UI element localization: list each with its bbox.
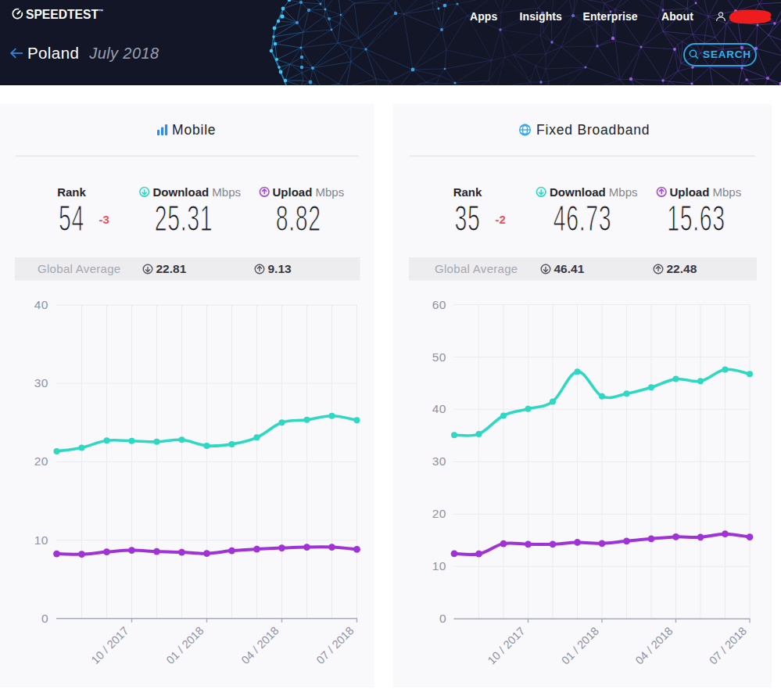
svg-text:40: 40 <box>34 298 48 311</box>
svg-text:07 / 2018: 07 / 2018 <box>707 625 749 667</box>
svg-text:9.13: 9.13 <box>268 262 292 275</box>
svg-text:0: 0 <box>41 612 48 625</box>
svg-text:10 / 2017: 10 / 2017 <box>89 624 131 666</box>
svg-text:0: 0 <box>439 612 446 625</box>
svg-text:22.81: 22.81 <box>156 262 187 275</box>
svg-text:10: 10 <box>34 533 48 547</box>
svg-text:40: 40 <box>432 402 446 415</box>
svg-text:Rank: Rank <box>453 185 482 199</box>
svg-text:Download Mbps: Download Mbps <box>550 185 638 199</box>
svg-text:15.63: 15.63 <box>667 198 725 239</box>
svg-text:Upload Mbps: Upload Mbps <box>670 185 742 199</box>
svg-text:Download Mbps: Download Mbps <box>153 185 242 199</box>
svg-text:54: 54 <box>59 198 84 239</box>
svg-text:46.41: 46.41 <box>554 262 585 275</box>
svg-text:30: 30 <box>432 454 446 468</box>
svg-text:Global Average: Global Average <box>435 262 518 275</box>
svg-text:22.48: 22.48 <box>667 262 697 275</box>
svg-text:50: 50 <box>432 350 446 364</box>
svg-text:Upload Mbps: Upload Mbps <box>273 185 345 199</box>
svg-text:07 / 2018: 07 / 2018 <box>314 624 356 666</box>
svg-text:30: 30 <box>34 376 48 389</box>
svg-text:04 / 2018: 04 / 2018 <box>239 624 281 666</box>
svg-text:-3: -3 <box>99 213 109 226</box>
svg-text:46.73: 46.73 <box>554 198 611 239</box>
svg-text:01 / 2018: 01 / 2018 <box>164 624 206 666</box>
svg-text:Fixed Broadband: Fixed Broadband <box>536 122 650 138</box>
svg-text:01 / 2018: 01 / 2018 <box>559 625 601 667</box>
svg-text:25.31: 25.31 <box>155 198 213 239</box>
svg-text:10 / 2017: 10 / 2017 <box>485 625 528 667</box>
svg-text:Rank: Rank <box>57 185 86 199</box>
svg-text:Mobile: Mobile <box>172 122 216 138</box>
svg-text:60: 60 <box>432 298 446 311</box>
svg-text:20: 20 <box>432 507 446 520</box>
svg-text:10: 10 <box>432 559 446 573</box>
svg-text:35: 35 <box>455 198 481 239</box>
svg-text:04 / 2018: 04 / 2018 <box>633 625 675 667</box>
svg-text:8.82: 8.82 <box>276 198 321 239</box>
svg-text:Global Average: Global Average <box>38 262 121 275</box>
svg-text:20: 20 <box>34 454 48 468</box>
svg-text:-2: -2 <box>496 213 506 226</box>
